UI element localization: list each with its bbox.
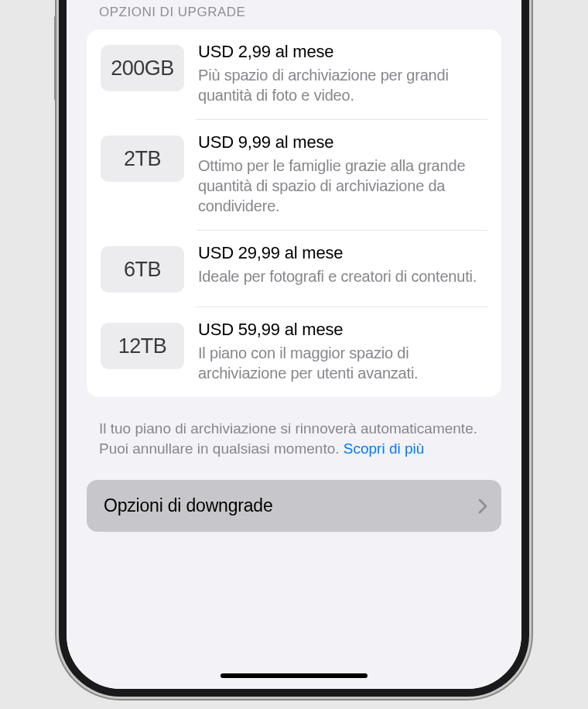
plan-price: USD 59,99 al mese bbox=[198, 320, 487, 340]
downgrade-label: Opzioni di downgrade bbox=[104, 495, 272, 516]
plan-size: 2TB bbox=[124, 147, 161, 171]
chevron-right-icon bbox=[478, 498, 487, 514]
phone-frame: OPZIONI DI UPGRADE 200GB USD 2,99 al mes… bbox=[59, 0, 529, 697]
plan-size: 200GB bbox=[111, 57, 174, 80]
plan-text: USD 29,99 al mese Ideale per fotografi e… bbox=[198, 243, 487, 286]
upgrade-plans-card: 200GB USD 2,99 al mese Più spazio di arc… bbox=[87, 29, 501, 397]
plan-row-200gb[interactable]: 200GB USD 2,99 al mese Più spazio di arc… bbox=[87, 29, 501, 119]
downgrade-options-button[interactable]: Opzioni di downgrade bbox=[87, 480, 501, 532]
footer-text: Il tuo piano di archiviazione si rinnove… bbox=[67, 397, 521, 458]
screen: OPZIONI DI UPGRADE 200GB USD 2,99 al mes… bbox=[67, 0, 521, 689]
home-indicator[interactable] bbox=[220, 673, 368, 678]
plan-desc: Ideale per fotografi e creatori di conte… bbox=[198, 266, 487, 286]
plan-row-6tb[interactable]: 6TB USD 29,99 al mese Ideale per fotogra… bbox=[87, 231, 501, 307]
plan-badge: 6TB bbox=[101, 246, 184, 293]
plan-price: USD 29,99 al mese bbox=[198, 243, 487, 263]
plan-desc: Più spazio di archiviazione per grandi q… bbox=[198, 65, 487, 105]
plan-row-2tb[interactable]: 2TB USD 9,99 al mese Ottimo per le famig… bbox=[87, 120, 501, 230]
plan-badge: 2TB bbox=[101, 135, 184, 182]
plan-size: 6TB bbox=[124, 258, 161, 282]
plan-text: USD 9,99 al mese Ottimo per le famiglie … bbox=[198, 132, 487, 216]
plan-price: USD 9,99 al mese bbox=[198, 132, 487, 152]
plan-badge: 200GB bbox=[101, 45, 184, 91]
phone-side-button bbox=[54, 15, 58, 101]
learn-more-link[interactable]: Scopri di più bbox=[344, 440, 425, 457]
plan-row-12tb[interactable]: 12TB USD 59,99 al mese Il piano con il m… bbox=[87, 307, 501, 397]
plan-badge: 12TB bbox=[101, 323, 184, 369]
plan-size: 12TB bbox=[118, 334, 167, 358]
plan-desc: Ottimo per le famiglie grazie alla grand… bbox=[198, 156, 487, 216]
section-header-upgrade: OPZIONI DI UPGRADE bbox=[67, 0, 521, 29]
plan-text: USD 2,99 al mese Più spazio di archiviaz… bbox=[198, 42, 487, 105]
plan-price: USD 2,99 al mese bbox=[198, 42, 487, 62]
page-background: OPZIONI DI UPGRADE 200GB USD 2,99 al mes… bbox=[0, 0, 588, 709]
plan-desc: Il piano con il maggior spazio di archiv… bbox=[198, 343, 487, 383]
plan-text: USD 59,99 al mese Il piano con il maggio… bbox=[198, 320, 487, 383]
